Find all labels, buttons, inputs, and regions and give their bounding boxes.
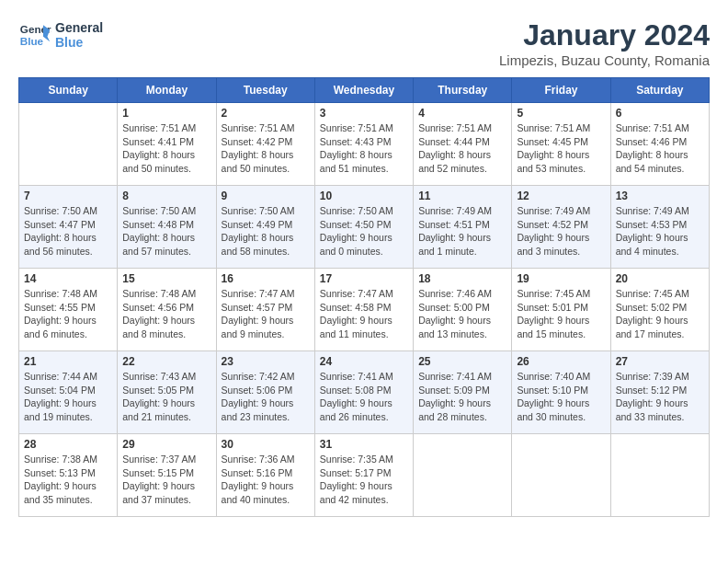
day-number: 1 — [122, 107, 210, 120]
day-info: Sunrise: 7:41 AM Sunset: 5:08 PM Dayligh… — [320, 370, 408, 424]
table-cell: 20Sunrise: 7:45 AM Sunset: 5:02 PM Dayli… — [610, 269, 709, 351]
logo-icon: General Blue — [18, 18, 51, 52]
calendar-header-row: SundayMondayTuesdayWednesdayThursdayFrid… — [19, 78, 710, 103]
day-number: 11 — [418, 190, 506, 202]
svg-text:Blue: Blue — [20, 35, 44, 47]
title-block: January 2024 Limpezis, Buzau County, Rom… — [499, 18, 710, 68]
day-info: Sunrise: 7:42 AM Sunset: 5:06 PM Dayligh… — [222, 370, 310, 424]
table-cell: 31Sunrise: 7:35 AM Sunset: 5:17 PM Dayli… — [314, 434, 413, 517]
week-row-4: 21Sunrise: 7:44 AM Sunset: 5:04 PM Dayli… — [19, 351, 710, 434]
table-cell: 13Sunrise: 7:49 AM Sunset: 4:53 PM Dayli… — [610, 186, 709, 269]
table-cell: 18Sunrise: 7:46 AM Sunset: 5:00 PM Dayli… — [414, 269, 512, 351]
table-cell: 29Sunrise: 7:37 AM Sunset: 5:15 PM Dayli… — [118, 434, 216, 517]
day-number: 19 — [517, 272, 605, 285]
header-sunday: Sunday — [19, 78, 118, 103]
calendar-table: SundayMondayTuesdayWednesdayThursdayFrid… — [18, 77, 710, 517]
table-cell: 14Sunrise: 7:48 AM Sunset: 4:55 PM Dayli… — [19, 269, 118, 351]
week-row-2: 7Sunrise: 7:50 AM Sunset: 4:47 PM Daylig… — [19, 186, 710, 269]
day-number: 23 — [222, 355, 310, 368]
day-info: Sunrise: 7:48 AM Sunset: 4:55 PM Dayligh… — [24, 287, 112, 341]
day-number: 5 — [517, 107, 605, 120]
day-info: Sunrise: 7:47 AM Sunset: 4:57 PM Dayligh… — [222, 287, 310, 341]
day-info: Sunrise: 7:47 AM Sunset: 4:58 PM Dayligh… — [320, 287, 408, 341]
day-number: 20 — [616, 272, 704, 285]
table-cell — [512, 434, 610, 517]
day-number: 2 — [222, 107, 310, 120]
header-friday: Friday — [512, 78, 610, 103]
day-info: Sunrise: 7:51 AM Sunset: 4:46 PM Dayligh… — [616, 121, 704, 176]
logo-text-blue: Blue — [55, 35, 103, 50]
table-cell: 8Sunrise: 7:50 AM Sunset: 4:48 PM Daylig… — [118, 186, 216, 269]
day-number: 16 — [222, 272, 310, 285]
table-cell: 24Sunrise: 7:41 AM Sunset: 5:08 PM Dayli… — [314, 351, 413, 434]
day-info: Sunrise: 7:51 AM Sunset: 4:44 PM Dayligh… — [418, 121, 506, 176]
day-info: Sunrise: 7:50 AM Sunset: 4:48 PM Dayligh… — [122, 204, 210, 259]
day-info: Sunrise: 7:35 AM Sunset: 5:17 PM Dayligh… — [320, 453, 408, 507]
header-wednesday: Wednesday — [314, 78, 413, 103]
day-info: Sunrise: 7:48 AM Sunset: 4:56 PM Dayligh… — [122, 287, 210, 341]
day-info: Sunrise: 7:39 AM Sunset: 5:12 PM Dayligh… — [616, 370, 704, 424]
day-number: 4 — [418, 107, 506, 120]
day-info: Sunrise: 7:51 AM Sunset: 4:43 PM Dayligh… — [320, 121, 408, 176]
day-info: Sunrise: 7:50 AM Sunset: 4:49 PM Dayligh… — [222, 204, 310, 259]
day-number: 31 — [320, 438, 408, 451]
table-cell: 4Sunrise: 7:51 AM Sunset: 4:44 PM Daylig… — [414, 103, 512, 186]
day-info: Sunrise: 7:51 AM Sunset: 4:45 PM Dayligh… — [517, 121, 605, 176]
calendar-title: January 2024 — [499, 18, 710, 52]
table-cell: 21Sunrise: 7:44 AM Sunset: 5:04 PM Dayli… — [19, 351, 118, 434]
week-row-3: 14Sunrise: 7:48 AM Sunset: 4:55 PM Dayli… — [19, 269, 710, 351]
day-info: Sunrise: 7:41 AM Sunset: 5:09 PM Dayligh… — [418, 370, 506, 424]
day-info: Sunrise: 7:49 AM Sunset: 4:53 PM Dayligh… — [616, 204, 704, 259]
day-number: 26 — [517, 355, 605, 368]
day-number: 12 — [517, 190, 605, 202]
calendar-subtitle: Limpezis, Buzau County, Romania — [499, 52, 710, 68]
day-info: Sunrise: 7:37 AM Sunset: 5:15 PM Dayligh… — [122, 453, 210, 507]
day-number: 30 — [222, 438, 310, 451]
header-saturday: Saturday — [610, 78, 709, 103]
day-number: 13 — [616, 190, 704, 202]
day-info: Sunrise: 7:49 AM Sunset: 4:52 PM Dayligh… — [517, 204, 605, 259]
table-cell: 15Sunrise: 7:48 AM Sunset: 4:56 PM Dayli… — [118, 269, 216, 351]
table-cell — [610, 434, 709, 517]
table-cell: 26Sunrise: 7:40 AM Sunset: 5:10 PM Dayli… — [512, 351, 610, 434]
table-cell: 5Sunrise: 7:51 AM Sunset: 4:45 PM Daylig… — [512, 103, 610, 186]
table-cell — [19, 103, 118, 186]
day-number: 25 — [418, 355, 506, 368]
day-number: 29 — [122, 438, 210, 451]
logo: General Blue General Blue — [18, 18, 103, 52]
logo-text-general: General — [55, 20, 103, 35]
day-info: Sunrise: 7:44 AM Sunset: 5:04 PM Dayligh… — [24, 370, 112, 424]
page-header: General Blue General Blue January 2024 L… — [18, 18, 710, 68]
day-number: 27 — [616, 355, 704, 368]
table-cell: 7Sunrise: 7:50 AM Sunset: 4:47 PM Daylig… — [19, 186, 118, 269]
day-info: Sunrise: 7:49 AM Sunset: 4:51 PM Dayligh… — [418, 204, 506, 259]
table-cell: 11Sunrise: 7:49 AM Sunset: 4:51 PM Dayli… — [414, 186, 512, 269]
day-number: 17 — [320, 272, 408, 285]
day-info: Sunrise: 7:43 AM Sunset: 5:05 PM Dayligh… — [122, 370, 210, 424]
table-cell: 16Sunrise: 7:47 AM Sunset: 4:57 PM Dayli… — [216, 269, 314, 351]
week-row-1: 1Sunrise: 7:51 AM Sunset: 4:41 PM Daylig… — [19, 103, 710, 186]
week-row-5: 28Sunrise: 7:38 AM Sunset: 5:13 PM Dayli… — [19, 434, 710, 517]
header-monday: Monday — [118, 78, 216, 103]
day-info: Sunrise: 7:46 AM Sunset: 5:00 PM Dayligh… — [418, 287, 506, 341]
day-number: 28 — [24, 438, 112, 451]
table-cell: 12Sunrise: 7:49 AM Sunset: 4:52 PM Dayli… — [512, 186, 610, 269]
day-number: 9 — [222, 190, 310, 202]
day-number: 18 — [418, 272, 506, 285]
day-info: Sunrise: 7:51 AM Sunset: 4:42 PM Dayligh… — [222, 121, 310, 176]
day-number: 24 — [320, 355, 408, 368]
day-number: 10 — [320, 190, 408, 202]
table-cell: 3Sunrise: 7:51 AM Sunset: 4:43 PM Daylig… — [314, 103, 413, 186]
table-cell: 1Sunrise: 7:51 AM Sunset: 4:41 PM Daylig… — [118, 103, 216, 186]
table-cell: 17Sunrise: 7:47 AM Sunset: 4:58 PM Dayli… — [314, 269, 413, 351]
table-cell: 2Sunrise: 7:51 AM Sunset: 4:42 PM Daylig… — [216, 103, 314, 186]
table-cell: 10Sunrise: 7:50 AM Sunset: 4:50 PM Dayli… — [314, 186, 413, 269]
day-number: 6 — [616, 107, 704, 120]
day-info: Sunrise: 7:36 AM Sunset: 5:16 PM Dayligh… — [222, 453, 310, 507]
day-info: Sunrise: 7:51 AM Sunset: 4:41 PM Dayligh… — [122, 121, 210, 176]
header-thursday: Thursday — [414, 78, 512, 103]
day-info: Sunrise: 7:45 AM Sunset: 5:01 PM Dayligh… — [517, 287, 605, 341]
table-cell: 6Sunrise: 7:51 AM Sunset: 4:46 PM Daylig… — [610, 103, 709, 186]
day-number: 7 — [24, 190, 112, 202]
table-cell: 22Sunrise: 7:43 AM Sunset: 5:05 PM Dayli… — [118, 351, 216, 434]
